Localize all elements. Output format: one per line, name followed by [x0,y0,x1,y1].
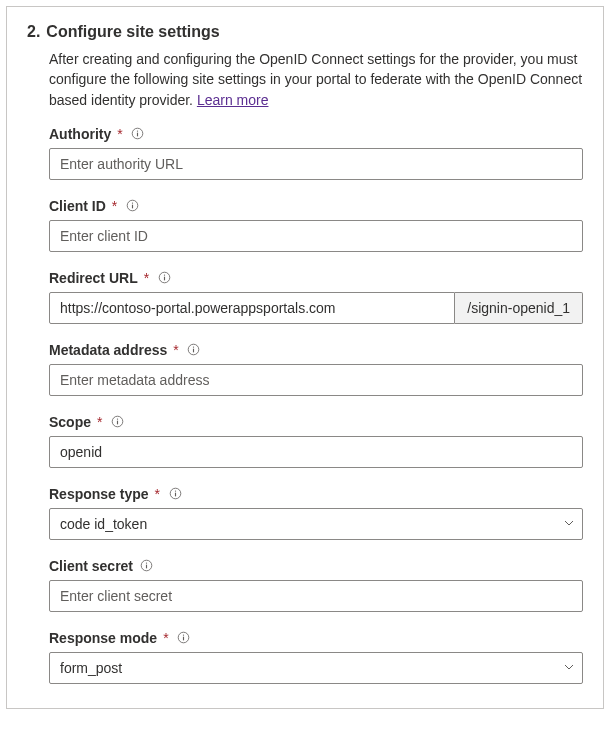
field-scope: Scope * [49,414,583,468]
label-client-id: Client ID * [49,198,583,214]
field-response-type: Response type * [49,486,583,540]
svg-point-19 [145,563,146,564]
svg-point-22 [183,635,184,636]
label-response-mode: Response mode * [49,630,583,646]
required-indicator: * [163,630,168,646]
response-mode-value[interactable] [49,652,583,684]
metadata-address-input[interactable] [49,364,583,396]
label-redirect-url: Redirect URL * [49,270,583,286]
required-indicator: * [117,126,122,142]
svg-rect-14 [117,421,118,425]
info-icon[interactable] [177,631,191,645]
info-icon[interactable] [131,127,145,141]
authority-input[interactable] [49,148,583,180]
field-authority: Authority * [49,126,583,180]
label-text: Client secret [49,558,133,574]
required-indicator: * [155,486,160,502]
svg-point-7 [163,275,164,276]
info-icon[interactable] [157,271,171,285]
svg-point-4 [132,203,133,204]
response-type-value[interactable] [49,508,583,540]
scope-input[interactable] [49,436,583,468]
field-client-id: Client ID * [49,198,583,252]
svg-rect-11 [193,349,194,353]
client-secret-input[interactable] [49,580,583,612]
info-icon[interactable] [139,559,153,573]
label-text: Response mode [49,630,157,646]
required-indicator: * [144,270,149,286]
redirect-url-input[interactable] [49,292,455,324]
label-text: Client ID [49,198,106,214]
label-response-type: Response type * [49,486,583,502]
label-client-secret: Client secret [49,558,583,574]
label-authority: Authority * [49,126,583,142]
svg-rect-8 [164,277,165,281]
configure-site-settings-card: 2. Configure site settings After creatin… [6,6,604,709]
svg-rect-17 [174,493,175,497]
step-number: 2. [27,23,40,41]
section-title: Configure site settings [46,23,219,41]
svg-point-13 [117,419,118,420]
svg-point-1 [137,131,138,132]
label-text: Redirect URL [49,270,138,286]
svg-rect-2 [137,133,138,137]
svg-point-10 [193,347,194,348]
svg-point-16 [174,491,175,492]
field-metadata-address: Metadata address * [49,342,583,396]
info-icon[interactable] [187,343,201,357]
label-text: Scope [49,414,91,430]
info-icon[interactable] [110,415,124,429]
label-text: Authority [49,126,111,142]
svg-rect-20 [145,565,146,569]
field-response-mode: Response mode * [49,630,583,684]
svg-rect-5 [132,205,133,209]
info-icon[interactable] [168,487,182,501]
redirect-url-group: /signin-openid_1 [49,292,583,324]
field-redirect-url: Redirect URL * /signin-openid_1 [49,270,583,324]
label-metadata-address: Metadata address * [49,342,583,358]
required-indicator: * [173,342,178,358]
description-text: After creating and configuring the OpenI… [49,51,582,108]
required-indicator: * [112,198,117,214]
response-type-select[interactable] [49,508,583,540]
redirect-url-suffix: /signin-openid_1 [455,292,583,324]
info-icon[interactable] [125,199,139,213]
svg-rect-23 [183,637,184,641]
field-client-secret: Client secret [49,558,583,612]
required-indicator: * [97,414,102,430]
label-text: Metadata address [49,342,167,358]
learn-more-link[interactable]: Learn more [197,92,269,108]
client-id-input[interactable] [49,220,583,252]
label-scope: Scope * [49,414,583,430]
section-description: After creating and configuring the OpenI… [49,49,583,110]
fields-container: Authority * Client ID * Redirect URL [49,126,583,684]
label-text: Response type [49,486,149,502]
response-mode-select[interactable] [49,652,583,684]
section-heading-row: 2. Configure site settings [27,23,583,41]
